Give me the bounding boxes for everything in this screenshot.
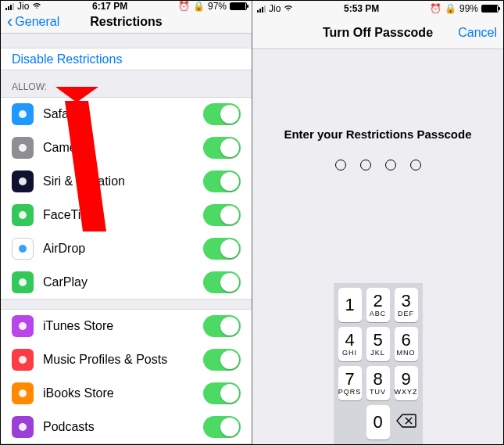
keypad-key-5[interactable]: 5JKL xyxy=(366,327,390,361)
svg-point-9 xyxy=(19,423,27,431)
signal-icon xyxy=(257,5,266,13)
keypad-delete[interactable] xyxy=(395,405,418,440)
keypad-key-8[interactable]: 8TUV xyxy=(366,366,390,400)
app-label: Music Profiles & Posts xyxy=(43,353,167,367)
toggle-switch[interactable] xyxy=(203,204,241,226)
carrier-label: Jio xyxy=(17,1,29,12)
app-icon xyxy=(12,103,34,125)
toggle-switch[interactable] xyxy=(203,170,241,192)
app-icon xyxy=(12,238,34,260)
back-button[interactable]: ‹ General xyxy=(7,13,59,31)
signal-icon xyxy=(5,3,14,10)
key-number: 1 xyxy=(345,296,354,314)
app-label: Camera xyxy=(43,141,88,155)
allow-list: SafariCameraSiri & DictationFaceTimeAirD… xyxy=(1,97,252,300)
toggle-switch[interactable] xyxy=(203,315,241,337)
keypad-key-4[interactable]: 4GHI xyxy=(338,327,362,361)
disable-restrictions-label: Disable Restrictions xyxy=(12,52,122,66)
app-icon xyxy=(12,416,34,438)
keypad-key-3[interactable]: 3DEF xyxy=(395,288,418,322)
list-item: Camera xyxy=(1,131,252,165)
cancel-button[interactable]: Cancel xyxy=(458,26,497,40)
passcode-dot xyxy=(385,160,396,170)
list-item: Siri & Dictation xyxy=(1,164,252,199)
battery-percent: 99% xyxy=(459,3,478,14)
keypad-blank xyxy=(338,405,362,440)
passcode-area: Enter your Restrictions Passcode 12ABC3D… xyxy=(252,49,503,444)
svg-point-4 xyxy=(19,245,27,253)
nav-bar: Turn Off Passcode Cancel xyxy=(252,16,503,49)
key-letters: WXYZ xyxy=(395,389,418,396)
key-letters: MNO xyxy=(397,350,416,357)
app-icon xyxy=(12,382,34,404)
list-item: AirDrop xyxy=(1,231,252,266)
key-letters: JKL xyxy=(370,350,385,357)
key-number: 7 xyxy=(345,371,354,388)
keypad-key-6[interactable]: 6MNO xyxy=(395,327,418,361)
keypad-key-1[interactable]: 1 xyxy=(338,288,362,322)
toggle-switch[interactable] xyxy=(203,103,241,125)
app-label: Podcasts xyxy=(43,420,95,434)
app-icon xyxy=(12,271,34,293)
app-label: iTunes Store xyxy=(43,319,113,333)
key-letters: PQRS xyxy=(338,389,362,396)
battery-percent: 97% xyxy=(208,1,227,12)
toggle-switch[interactable] xyxy=(203,416,241,438)
key-letters: TUV xyxy=(370,389,386,396)
left-phone: Jio 6:17 PM ⏰ 🔒 97% ‹ General Restrictio… xyxy=(1,1,252,444)
passcode-dot xyxy=(335,160,346,170)
key-number: 4 xyxy=(345,332,354,349)
keypad-key-0[interactable]: 0 xyxy=(366,405,390,440)
toggle-switch[interactable] xyxy=(203,271,241,293)
battery-icon xyxy=(481,5,499,13)
key-letters: DEF xyxy=(398,310,414,318)
keypad-key-9[interactable]: 9WXYZ xyxy=(395,366,418,400)
app-label: CarPlay xyxy=(43,275,88,289)
chevron-left-icon: ‹ xyxy=(7,13,13,31)
app-icon xyxy=(12,349,34,371)
passcode-dots xyxy=(335,160,421,170)
app-label: AirDrop xyxy=(43,242,85,256)
app-icon xyxy=(12,315,34,337)
toggle-switch[interactable] xyxy=(203,137,241,159)
passcode-dot xyxy=(360,160,371,170)
allow-header: ALLOW: xyxy=(1,70,252,97)
key-number: 2 xyxy=(373,292,382,310)
list-item: CarPlay xyxy=(1,265,252,300)
alarm-icon: ⏰ xyxy=(430,3,441,14)
wifi-icon xyxy=(32,2,41,11)
app-icon xyxy=(12,204,34,226)
svg-point-5 xyxy=(19,278,27,286)
list-item: Music Profiles & Posts xyxy=(1,343,252,377)
keypad-key-7[interactable]: 7PQRS xyxy=(338,366,362,400)
status-bar: Jio 6:17 PM ⏰ 🔒 97% xyxy=(1,1,252,12)
disable-restrictions-link[interactable]: Disable Restrictions xyxy=(1,48,252,70)
app-label: FaceTime xyxy=(43,208,98,222)
status-bar: Jio 5:53 PM ⏰ 🔒 99% xyxy=(252,1,503,16)
svg-point-7 xyxy=(19,356,27,364)
svg-point-2 xyxy=(19,178,27,185)
keypad-key-2[interactable]: 2ABC xyxy=(366,288,390,322)
wifi-icon xyxy=(284,4,293,13)
key-letters: GHI xyxy=(342,350,357,357)
app-label: Siri & Dictation xyxy=(43,174,125,188)
svg-point-8 xyxy=(19,389,27,397)
numeric-keypad: 12ABC3DEF4GHI5JKL6MNO7PQRS8TUV9WXYZ0 xyxy=(334,283,423,444)
backspace-icon xyxy=(396,414,416,431)
svg-point-0 xyxy=(19,110,27,118)
app-icon xyxy=(12,170,34,192)
carrier-label: Jio xyxy=(269,3,281,14)
app-label: Safari xyxy=(43,107,76,121)
key-number: 3 xyxy=(401,292,410,310)
orientation-lock-icon: 🔒 xyxy=(445,3,456,14)
orientation-lock-icon: 🔒 xyxy=(193,1,205,12)
key-number: 0 xyxy=(373,414,382,431)
key-letters: ABC xyxy=(370,310,387,318)
app-icon xyxy=(12,137,34,159)
svg-point-3 xyxy=(19,211,27,219)
status-time: 6:17 PM xyxy=(41,1,178,12)
toggle-switch[interactable] xyxy=(203,238,241,260)
key-number: 8 xyxy=(373,371,382,388)
toggle-switch[interactable] xyxy=(203,382,241,404)
toggle-switch[interactable] xyxy=(203,349,241,371)
